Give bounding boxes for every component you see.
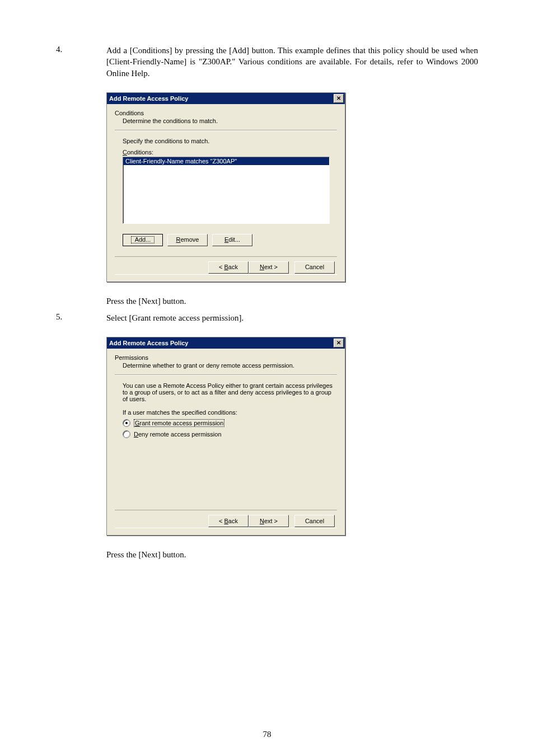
permissions-subheading: Determine whether to grant or deny remot… bbox=[115, 362, 337, 369]
dialog-body: Conditions Determine the conditions to m… bbox=[107, 104, 345, 281]
radio-grant-icon bbox=[123, 419, 130, 427]
dialog-titlebar-2: Add Remote Access Policy ✕ bbox=[107, 337, 345, 349]
list-item[interactable]: Client-Friendly-Name matches "Z300AP" bbox=[123, 157, 329, 165]
separator-2 bbox=[115, 374, 337, 375]
radio-grant-label: Grant remote access permission bbox=[134, 419, 224, 427]
add-button[interactable]: Add... bbox=[123, 234, 163, 246]
back-button-2[interactable]: < Back bbox=[208, 515, 249, 527]
conditions-label: Conditions: bbox=[115, 149, 337, 156]
close-button-2[interactable]: ✕ bbox=[334, 339, 344, 348]
ifmatch-label: If a user matches the specified conditio… bbox=[115, 409, 337, 416]
dialog-titlebar: Add Remote Access Policy ✕ bbox=[107, 93, 345, 104]
close-button[interactable]: ✕ bbox=[334, 94, 344, 103]
dialog-title: Add Remote Access Policy bbox=[109, 95, 188, 102]
close-icon: ✕ bbox=[336, 96, 341, 101]
step-4: 4. Add a [Conditions] by pressing the [A… bbox=[56, 45, 478, 79]
next-button-2[interactable]: Next > bbox=[249, 515, 289, 527]
radio-deny-icon bbox=[123, 430, 130, 438]
back-button[interactable]: < Back bbox=[208, 261, 249, 274]
press-next-1: Press the [Next] button. bbox=[106, 295, 478, 307]
cancel-button-2[interactable]: Cancel bbox=[294, 515, 335, 527]
conditions-heading: Conditions bbox=[115, 110, 337, 116]
dialog-permissions: Add Remote Access Policy ✕ Permissions D… bbox=[106, 337, 345, 536]
dialog-body-2: Permissions Determine whether to grant o… bbox=[107, 349, 345, 535]
conditions-subheading: Determine the conditions to match. bbox=[115, 118, 337, 124]
list-buttons: Add... Remove Edit... bbox=[123, 234, 337, 246]
conditions-listbox[interactable]: Client-Friendly-Name matches "Z300AP" bbox=[123, 157, 330, 224]
radio-grant[interactable]: Grant remote access permission bbox=[115, 419, 337, 427]
remove-button[interactable]: Remove bbox=[167, 234, 208, 246]
dialog-conditions: Add Remote Access Policy ✕ Conditions De… bbox=[106, 92, 345, 282]
wizard-buttons: < Back Next > Cancel bbox=[115, 256, 337, 275]
page-number: 78 bbox=[0, 730, 534, 739]
permissions-heading: Permissions bbox=[115, 354, 337, 361]
radio-deny[interactable]: Deny remote access permission bbox=[115, 430, 337, 438]
step-5: 5. Select [Grant remote access permissio… bbox=[56, 312, 478, 323]
permissions-explain: You can use a Remote Access Policy eithe… bbox=[115, 382, 337, 402]
wizard-buttons-2: < Back Next > Cancel bbox=[115, 510, 337, 528]
cancel-button[interactable]: Cancel bbox=[294, 261, 335, 274]
next-button[interactable]: Next > bbox=[249, 261, 289, 274]
radio-deny-label: Deny remote access permission bbox=[134, 431, 222, 438]
specify-label: Specify the conditions to match. bbox=[115, 138, 337, 144]
close-icon: ✕ bbox=[336, 340, 341, 346]
dialog-title-2: Add Remote Access Policy bbox=[109, 340, 188, 346]
edit-button[interactable]: Edit... bbox=[212, 234, 252, 246]
step-4-number: 4. bbox=[56, 45, 106, 79]
separator bbox=[115, 130, 337, 131]
press-next-2: Press the [Next] button. bbox=[106, 549, 478, 560]
step-4-text: Add a [Conditions] by pressing the [Add]… bbox=[106, 45, 478, 79]
step-5-text: Select [Grant remote access permission]. bbox=[106, 312, 478, 323]
step-5-number: 5. bbox=[56, 312, 106, 323]
